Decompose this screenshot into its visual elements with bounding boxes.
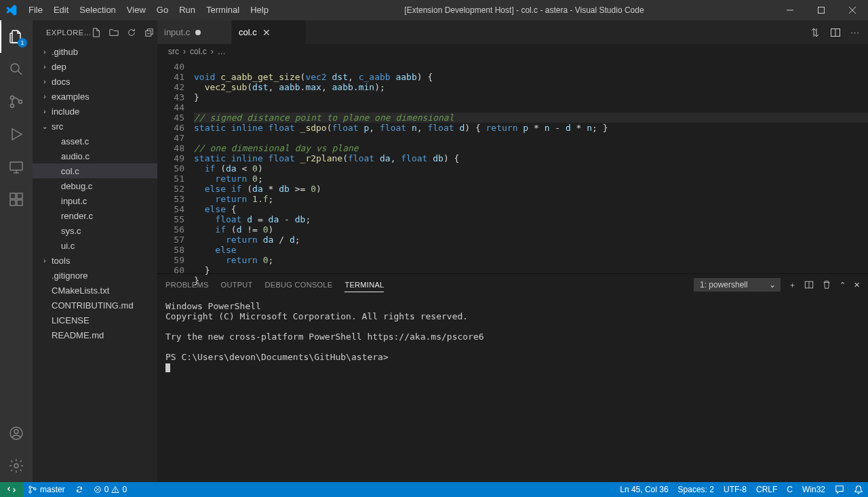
breadcrumb[interactable]: src›col.c›… <box>157 44 868 59</box>
tree-item[interactable]: ›docs <box>33 74 157 89</box>
encoding[interactable]: UTF-8 <box>719 482 751 497</box>
tree-item[interactable]: ›examples <box>33 89 157 104</box>
breadcrumb-item[interactable]: col.c <box>190 47 207 56</box>
tree-item[interactable]: ›tools <box>33 253 157 268</box>
tree-item[interactable]: debug.c <box>33 178 157 193</box>
tree-label: dep <box>50 62 66 72</box>
tree-label: .github <box>50 47 78 57</box>
eol[interactable]: CRLF <box>751 482 782 497</box>
chevron-icon: › <box>39 48 50 56</box>
explorer-icon[interactable]: 1 <box>0 20 33 53</box>
tree-item[interactable]: ⌄src <box>33 119 157 134</box>
status-bar: master 0 0 Ln 45, Col 36 Spaces: 2 UTF-8… <box>0 482 868 497</box>
tree-item[interactable]: ui.c <box>33 238 157 253</box>
breadcrumb-item[interactable]: … <box>218 47 226 56</box>
chevron-icon: › <box>39 63 50 71</box>
chevron-right-icon: › <box>183 47 186 56</box>
language-mode[interactable]: C <box>782 482 797 497</box>
tree-label: docs <box>50 77 70 87</box>
split-editor-icon[interactable] <box>830 27 841 38</box>
menu-edit[interactable]: Edit <box>48 0 74 20</box>
tree-label: src <box>50 121 63 132</box>
tree-item[interactable]: audio.c <box>33 148 157 163</box>
feedback-icon[interactable] <box>830 482 849 497</box>
svg-point-18 <box>14 464 18 468</box>
tree-item[interactable]: input.c <box>33 193 157 208</box>
minimize-button[interactable] <box>774 0 806 20</box>
editor-more-icon[interactable]: ··· <box>850 27 860 37</box>
editor-tab[interactable]: input.c <box>157 20 232 44</box>
accounts-icon[interactable] <box>0 417 33 450</box>
tab-label: col.c <box>239 27 257 37</box>
new-folder-icon[interactable] <box>109 28 119 37</box>
code-editor[interactable]: 4041424344454647484950515253545556575859… <box>157 59 868 273</box>
window-controls <box>774 0 868 20</box>
compare-changes-icon[interactable] <box>810 27 821 38</box>
menu-view[interactable]: View <box>121 0 151 20</box>
tree-item[interactable]: LICENSE <box>33 313 157 327</box>
refresh-icon[interactable] <box>127 28 136 37</box>
menu-help[interactable]: Help <box>245 0 274 20</box>
tree-label: asset.c <box>60 136 89 146</box>
tree-item[interactable]: asset.c <box>33 134 157 148</box>
tree-item[interactable]: col.c <box>33 163 157 178</box>
tree-item[interactable]: ›.github <box>33 44 157 59</box>
main-area: 1 <box>0 20 868 482</box>
git-branch[interactable]: master <box>23 482 70 497</box>
breadcrumb-item[interactable]: src <box>168 47 179 56</box>
remote-indicator[interactable] <box>0 482 23 497</box>
maximize-button[interactable] <box>806 0 837 20</box>
chevron-icon: › <box>39 93 50 100</box>
notifications-icon[interactable] <box>849 482 868 497</box>
settings-gear-icon[interactable] <box>0 450 33 482</box>
tree-item[interactable]: CMakeLists.txt <box>33 283 157 298</box>
menu-go[interactable]: Go <box>151 0 174 20</box>
tree-item[interactable]: sys.c <box>33 223 157 238</box>
svg-rect-14 <box>17 200 22 205</box>
tree-item[interactable]: ›dep <box>33 59 157 74</box>
tree-label: CMakeLists.txt <box>50 285 109 296</box>
remote-explorer-icon[interactable] <box>0 151 33 183</box>
terminal-selector[interactable]: 1: powershell <box>694 278 781 292</box>
collapse-all-icon[interactable] <box>144 28 154 37</box>
source-control-icon[interactable] <box>0 85 33 118</box>
indentation[interactable]: Spaces: 2 <box>673 482 719 497</box>
svg-line-5 <box>18 71 22 75</box>
tree-label: LICENSE <box>50 315 90 325</box>
platform[interactable]: Win32 <box>797 482 830 497</box>
svg-point-32 <box>115 492 116 492</box>
tree-label: tools <box>50 256 70 266</box>
menubar: FileEditSelectionViewGoRunTerminalHelp <box>23 0 274 20</box>
file-tree[interactable]: ›.github›dep›docs›examples›include⌄srcas… <box>33 44 157 482</box>
menu-selection[interactable]: Selection <box>74 0 121 20</box>
code-content[interactable]: void c_aabb_get_size(vec2 dst, c_aabb aa… <box>194 59 868 273</box>
tree-item[interactable]: CONTRIBUTING.md <box>33 298 157 313</box>
close-button[interactable] <box>837 0 868 20</box>
chevron-icon: ⌄ <box>39 123 50 130</box>
sync-button[interactable] <box>70 482 89 497</box>
tree-item[interactable]: .gitignore <box>33 268 157 283</box>
menu-terminal[interactable]: Terminal <box>201 0 245 20</box>
extensions-icon[interactable] <box>0 183 33 216</box>
chevron-right-icon: › <box>211 47 214 56</box>
run-debug-icon[interactable] <box>0 118 33 151</box>
tree-item[interactable]: render.c <box>33 208 157 223</box>
svg-point-6 <box>11 96 14 100</box>
tree-label: examples <box>50 92 90 102</box>
svg-rect-13 <box>10 200 16 205</box>
terminal-output[interactable]: Windows PowerShell Copyright (C) Microso… <box>157 296 868 482</box>
problems-indicator[interactable]: 0 0 <box>89 482 132 497</box>
new-file-icon[interactable] <box>92 28 101 37</box>
editor-tab[interactable]: col.c✕ <box>232 20 307 44</box>
warning-count: 0 <box>122 485 127 494</box>
bottom-panel: PROBLEMSOUTPUTDEBUG CONSOLETERMINAL 1: p… <box>157 273 868 482</box>
menu-file[interactable]: File <box>23 0 48 20</box>
tree-item[interactable]: ›include <box>33 104 157 119</box>
line-gutter: 4041424344454647484950515253545556575859… <box>157 59 194 273</box>
close-tab-icon[interactable]: ✕ <box>262 27 271 38</box>
tab-label: input.c <box>164 27 190 37</box>
tree-item[interactable]: README.md <box>33 327 157 342</box>
menu-run[interactable]: Run <box>174 0 201 20</box>
search-icon[interactable] <box>0 53 33 85</box>
cursor-position[interactable]: Ln 45, Col 36 <box>615 482 673 497</box>
